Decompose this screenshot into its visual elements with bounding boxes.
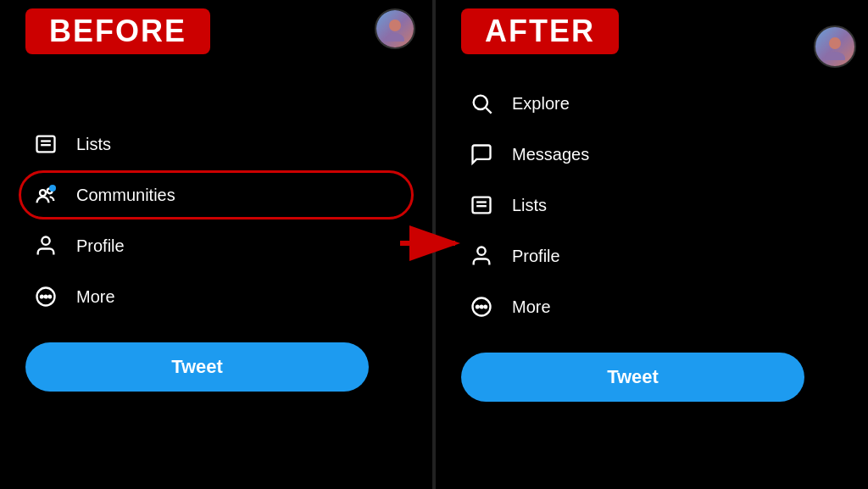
after-label: AFTER [461,8,619,54]
avatar-after [814,25,856,68]
before-panel: BEFORE Notifications [0,0,432,489]
search-icon [468,90,495,117]
svg-point-14 [474,96,487,109]
svg-point-24 [829,37,841,49]
tweet-button-after[interactable]: Tweet [461,353,804,402]
nav-label-messages: Messages [512,145,589,164]
before-nav-list: Lists Communities [25,119,407,322]
after-panel: AFTER Explore Messages [436,0,868,489]
nav-item-profile-after[interactable]: Profile [461,231,843,281]
nav-label-lists-before: Lists [76,135,111,154]
svg-line-15 [486,108,491,113]
tweet-button-before[interactable]: Tweet [25,342,369,392]
nav-label-profile-before: Profile [76,236,125,256]
profile-icon-before [32,232,59,259]
more-icon-before [32,283,59,310]
lists-icon-before [32,131,59,158]
nav-item-lists-after[interactable]: Lists [461,180,843,231]
svg-point-25 [825,52,845,60]
svg-point-22 [481,306,483,308]
nav-item-messages[interactable]: Messages [461,129,843,180]
communities-icon [32,181,59,208]
nav-label-more-before: More [76,287,115,307]
more-icon-after [468,293,495,320]
svg-point-23 [484,306,487,308]
messages-icon [468,141,495,168]
svg-point-19 [477,247,485,255]
after-nav-list: Explore Messages [461,78,843,332]
svg-point-9 [41,296,43,298]
nav-item-lists-before[interactable]: Lists [25,119,407,169]
profile-icon-after [468,242,495,270]
svg-point-11 [48,296,51,298]
svg-point-1 [386,33,404,42]
svg-point-0 [389,19,401,31]
avatar-image-before [376,10,414,47]
nav-item-profile-before[interactable]: Profile [25,220,407,271]
comparison-container: BEFORE Notifications [0,0,868,489]
svg-point-21 [476,306,479,308]
svg-point-5 [40,190,46,196]
svg-point-7 [42,237,49,245]
nav-item-explore[interactable]: Explore [461,78,843,129]
arrow-icon [400,218,468,269]
nav-item-communities[interactable]: Communities [25,169,407,220]
nav-item-more-before[interactable]: More [25,271,407,322]
svg-point-10 [45,296,47,298]
communities-dot [49,185,56,192]
nav-item-more-after[interactable]: More [461,281,843,332]
nav-label-more-after: More [512,297,551,317]
before-label: BEFORE [25,8,210,54]
nav-label-communities: Communities [76,186,175,205]
nav-label-explore: Explore [512,94,570,114]
nav-label-lists-after: Lists [512,196,547,215]
avatar-before [375,8,415,49]
nav-label-profile-after: Profile [512,247,560,266]
lists-icon-after [468,192,495,219]
arrow-container [400,218,468,272]
